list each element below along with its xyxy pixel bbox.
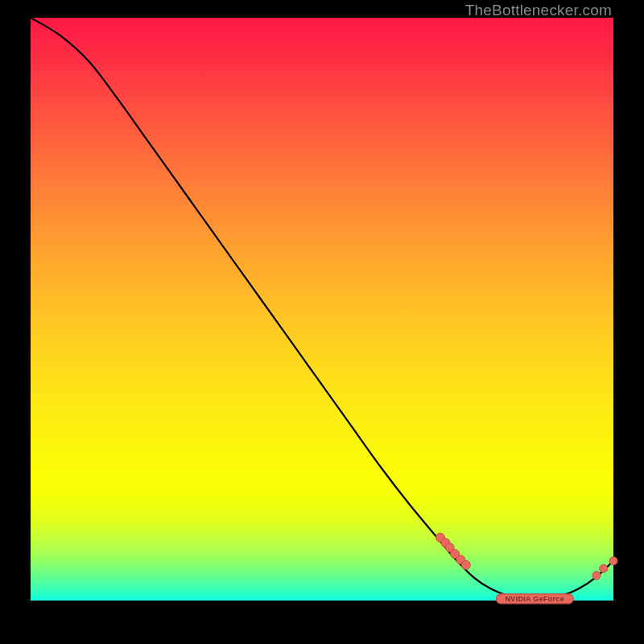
- data-point-dot: [461, 560, 470, 569]
- data-point-dot: [592, 572, 601, 580]
- chart-svg: NVIDIA GeForce: [31, 18, 613, 601]
- series-label-pill-text: NVIDIA GeForce: [506, 595, 564, 603]
- data-point-dot: [600, 564, 608, 572]
- bottleneck-curve: [31, 18, 613, 599]
- watermark-text: TheBottlenecker.com: [465, 2, 612, 19]
- marker-cluster-left: [436, 533, 470, 569]
- marker-cluster-right: [592, 557, 617, 580]
- chart-area: NVIDIA GeForce: [31, 18, 613, 601]
- series-label-pill: NVIDIA GeForce: [496, 594, 573, 604]
- data-point-dot: [609, 557, 617, 565]
